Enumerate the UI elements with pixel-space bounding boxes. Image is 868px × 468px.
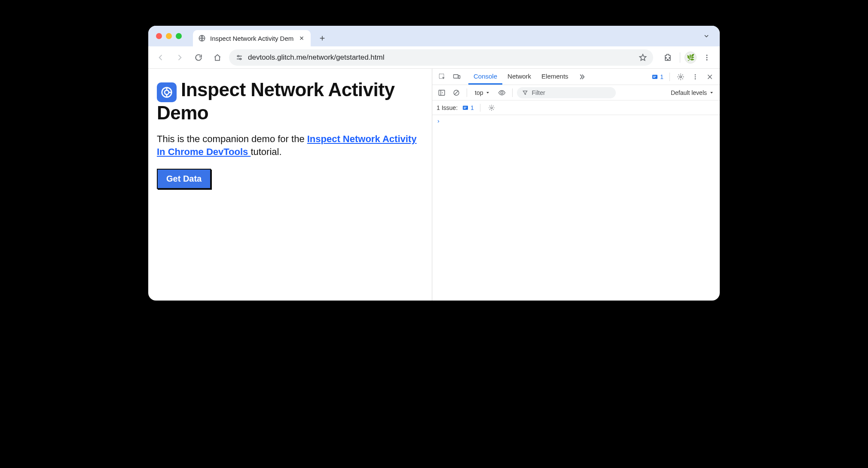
intro-suffix: tutorial. bbox=[251, 146, 281, 157]
svg-point-17 bbox=[695, 78, 696, 79]
svg-rect-9 bbox=[454, 74, 458, 78]
svg-rect-12 bbox=[653, 76, 656, 76]
tab-elements[interactable]: Elements bbox=[536, 69, 574, 85]
console-toolbar: top Filter Default levels bbox=[432, 85, 720, 100]
svg-point-16 bbox=[695, 76, 696, 77]
get-data-button[interactable]: Get Data bbox=[157, 169, 211, 189]
issues-bar: 1 Issue: 1 bbox=[432, 100, 720, 115]
divider bbox=[680, 52, 680, 63]
issues-count: 1 bbox=[471, 104, 474, 111]
browser-menu-button[interactable] bbox=[699, 50, 715, 65]
svg-point-1 bbox=[238, 55, 239, 57]
divider bbox=[480, 104, 480, 112]
home-button[interactable] bbox=[210, 50, 225, 65]
issues-label: 1 Issue: bbox=[437, 104, 458, 111]
levels-label: Default levels bbox=[671, 89, 707, 96]
devtools-tabs: Console Network Elements bbox=[468, 69, 574, 85]
console-filter-input[interactable]: Filter bbox=[517, 87, 616, 98]
tab-strip: Inspect Network Activity Dem bbox=[148, 26, 720, 46]
devtools-tabbar: Console Network Elements 1 bbox=[432, 69, 720, 85]
reload-button[interactable] bbox=[191, 50, 206, 65]
console-settings-button[interactable] bbox=[486, 103, 497, 113]
tab-console[interactable]: Console bbox=[468, 69, 502, 85]
toggle-sidebar-button[interactable] bbox=[436, 87, 448, 99]
inspect-element-button[interactable] bbox=[436, 70, 449, 83]
svg-rect-21 bbox=[463, 106, 468, 109]
bookmark-button[interactable] bbox=[639, 53, 647, 62]
live-expression-button[interactable] bbox=[496, 87, 508, 99]
devtools-panel: Console Network Elements 1 bbox=[432, 69, 720, 301]
minimize-window-button[interactable] bbox=[166, 33, 172, 39]
site-controls-icon[interactable] bbox=[235, 53, 244, 62]
back-button[interactable] bbox=[153, 50, 168, 65]
close-devtools-button[interactable] bbox=[703, 70, 716, 83]
browser-window: Inspect Network Activity Dem bbox=[148, 26, 720, 301]
divider bbox=[669, 73, 670, 81]
clear-console-button[interactable] bbox=[450, 87, 462, 99]
svg-point-4 bbox=[706, 57, 708, 58]
svg-point-24 bbox=[491, 107, 492, 109]
console-output[interactable]: › bbox=[432, 115, 720, 301]
issues-indicator[interactable]: 1 bbox=[650, 73, 665, 80]
extensions-button[interactable] bbox=[660, 50, 675, 65]
svg-point-2 bbox=[240, 58, 241, 59]
close-window-button[interactable] bbox=[156, 33, 162, 39]
svg-point-7 bbox=[165, 90, 169, 94]
tab-title: Inspect Network Activity Dem bbox=[210, 35, 293, 42]
svg-rect-13 bbox=[653, 77, 655, 77]
issues-indicator-count: 1 bbox=[660, 73, 663, 80]
maximize-window-button[interactable] bbox=[176, 33, 182, 39]
context-label: top bbox=[475, 89, 483, 96]
divider bbox=[467, 88, 467, 97]
content-area: Inspect Network Activity Demo This is th… bbox=[148, 69, 720, 301]
svg-rect-11 bbox=[652, 75, 657, 79]
browser-tab[interactable]: Inspect Network Activity Dem bbox=[193, 30, 311, 46]
svg-point-3 bbox=[706, 55, 708, 56]
forward-button[interactable] bbox=[172, 50, 187, 65]
page-intro: This is the companion demo for the Inspe… bbox=[157, 133, 423, 158]
url-text: devtools.glitch.me/network/getstarted.ht… bbox=[248, 53, 634, 62]
window-controls bbox=[156, 33, 182, 39]
svg-point-20 bbox=[501, 91, 503, 94]
console-prompt-icon: › bbox=[437, 118, 440, 125]
divider bbox=[512, 88, 513, 97]
svg-rect-22 bbox=[464, 107, 467, 107]
svg-rect-10 bbox=[458, 76, 460, 79]
more-tabs-button[interactable] bbox=[575, 70, 588, 83]
close-tab-button[interactable] bbox=[298, 34, 306, 42]
profile-button[interactable]: 🌿 bbox=[685, 52, 697, 64]
issues-count-badge[interactable]: 1 bbox=[462, 104, 474, 111]
devtools-logo-icon bbox=[157, 82, 177, 102]
toolbar-right: 🌿 bbox=[660, 50, 715, 65]
svg-point-5 bbox=[706, 59, 708, 60]
globe-icon bbox=[198, 34, 206, 42]
filter-placeholder: Filter bbox=[532, 89, 545, 96]
page-heading-text: Inspect Network Activity Demo bbox=[157, 79, 394, 123]
devtools-settings-button[interactable] bbox=[674, 70, 687, 83]
svg-point-15 bbox=[695, 74, 696, 76]
intro-prefix: This is the companion demo for the bbox=[157, 134, 307, 144]
context-selector[interactable]: top bbox=[471, 88, 493, 97]
log-levels-selector[interactable]: Default levels bbox=[671, 89, 716, 96]
new-tab-button[interactable] bbox=[315, 31, 330, 46]
device-toggle-button[interactable] bbox=[450, 70, 463, 83]
page-viewport: Inspect Network Activity Demo This is th… bbox=[148, 69, 432, 301]
devtools-menu-button[interactable] bbox=[689, 70, 702, 83]
address-bar[interactable]: devtools.glitch.me/network/getstarted.ht… bbox=[229, 49, 653, 66]
svg-rect-23 bbox=[464, 108, 466, 108]
tab-search-button[interactable] bbox=[700, 30, 713, 43]
browser-toolbar: devtools.glitch.me/network/getstarted.ht… bbox=[148, 46, 720, 69]
tab-network[interactable]: Network bbox=[502, 69, 536, 85]
page-title: Inspect Network Activity Demo bbox=[157, 79, 423, 123]
svg-point-14 bbox=[680, 76, 682, 78]
